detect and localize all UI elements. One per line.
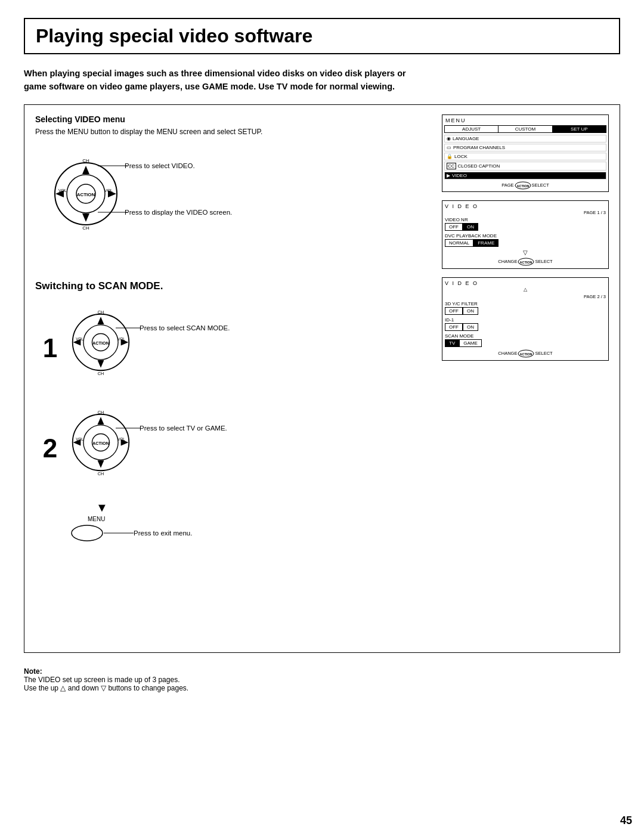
tab-setup: SET UP [553,126,606,132]
switching-heading: Switching to SCAN MODE. [35,280,381,292]
action-button-icon-2: ACTION [518,258,534,266]
step-2-number: 2 [35,433,65,463]
intro-text: When playing special images such as thre… [24,67,411,94]
annotation-tv-game: Press to select TV or GAME. [140,425,227,432]
menu-label: MENU [88,516,381,522]
video-title-1: V I D E O [445,203,606,209]
svg-text:VOL: VOL [117,337,125,341]
3d-yc-label: 3D Y/C FILTER [445,301,606,306]
id1-on: ON [463,323,478,331]
selecting-diagram: ACTION CH CH VOL VOL [41,143,381,262]
menu-line [104,532,134,534]
main-content-box: Selecting VIDEO menu Press the MENU butt… [24,104,620,653]
action-button-icon-3: ACTION [518,349,534,358]
step-1-diagram: ACTION CH CH VOL VOL [65,301,381,396]
video-title-2: V I D E O [445,280,606,286]
selecting-heading: Selecting VIDEO menu [35,114,381,124]
remote-control-2: ACTION CH CH VOL VOL [71,306,131,380]
svg-text:CH: CH [98,309,104,314]
dvc-normal: NORMAL [445,239,473,247]
video-action-row-1: CHANGE ACTION SELECT [445,258,606,266]
scan-mode-label: SCAN MODE [445,333,606,339]
svg-text:VOL: VOL [104,188,113,193]
action-button-icon-1: ACTION [515,181,531,190]
page-number: 45 [620,815,632,827]
selecting-section: Selecting VIDEO menu Press the MENU butt… [35,114,381,262]
video-screen-2: V I D E O △ PAGE 2 / 3 3D Y/C FILTER OFF… [442,277,609,361]
menu-item-lock: 🔒 LOCK [444,153,606,160]
svg-text:VOL: VOL [76,437,83,441]
svg-text:ACTION: ACTION [92,340,109,345]
lock-icon: 🔒 [447,154,453,159]
step-1-row: 1 ACTION CH [35,301,381,396]
svg-text:VOL: VOL [58,188,67,193]
remote-control-1: ACTION CH CH VOL VOL [53,155,119,235]
page-title: Playing special video software [24,18,620,54]
video-nr-options: OFF ON [445,223,606,231]
scan-mode-tv: TV [445,339,459,347]
annotation-select-video: Press to select VIDEO. [125,162,220,169]
svg-text:ACTION: ACTION [516,184,529,188]
tab-adjust: ADJUST [445,126,499,132]
video-page-1: PAGE 1 / 3 [445,210,606,215]
id1-options: OFF ON [445,323,606,331]
right-column: MENU ADJUST CUSTOM SET UP ◉ LANGUAGE ▭ P… [442,114,609,369]
note-section: Note: The VIDEO set up screen is made up… [24,667,620,692]
scan-mode-game: GAME [459,339,482,347]
id1-label: ID-1 [445,317,606,323]
menu-item-language: ◉ LANGUAGE [444,135,606,143]
step-2-diagram: ACTION CH CH VOL VOL [65,401,381,496]
svg-text:VOL: VOL [117,437,125,441]
remote-control-3: ACTION CH CH VOL VOL [71,407,131,481]
svg-text:ACTION: ACTION [520,261,532,264]
dvc-options: NORMAL FRAME [445,239,606,247]
arrow-up-2: △ [445,287,606,292]
svg-text:ACTION: ACTION [92,440,109,445]
svg-text:CH: CH [82,158,89,163]
selecting-subtext: Press the MENU button to display the MEN… [35,128,381,136]
svg-text:VOL: VOL [76,337,83,341]
svg-text:ACTION: ACTION [77,192,95,197]
video-nr-label: VIDEO NR [445,217,606,222]
note-line-2: Use the up △ and down ▽ buttons to chang… [24,684,188,692]
down-arrow-bold: ▼ [96,501,381,515]
annotation-display-video: Press to display the VIDEO screen. [125,209,256,216]
step-2-row: 2 ACTION CH CH [35,401,381,496]
dvc-frame: FRAME [473,239,499,247]
video-action-row-2: CHANGE ACTION SELECT [445,349,606,358]
step-1-number: 1 [35,333,65,363]
menu-screen-title: MENU [444,117,606,124]
menu-tabs: ADJUST CUSTOM SET UP [444,125,606,133]
language-icon: ◉ [447,136,451,141]
video-screen-1: V I D E O PAGE 1 / 3 VIDEO NR OFF ON DVC… [442,200,609,269]
svg-text:CH: CH [98,470,104,476]
note-label: Note: [24,667,42,676]
3d-yc-off: OFF [445,307,463,315]
menu-button-row: Press to exit menu. [71,524,381,542]
menu-item-program-channels: ▭ PROGRAM CHANNELS [444,144,606,151]
switching-section: Switching to SCAN MODE. 1 ACTION [35,280,381,542]
program-channels-icon: ▭ [447,145,451,150]
svg-text:CH: CH [82,225,89,231]
video-icon: ▶ [447,173,450,178]
menu-screen-box: MENU ADJUST CUSTOM SET UP ◉ LANGUAGE ▭ P… [442,114,609,192]
3d-yc-options: OFF ON [445,307,606,315]
menu-item-video: ▶ VIDEO [444,172,606,179]
3d-yc-on: ON [463,307,478,315]
menu-oval-icon [71,524,104,542]
dvc-label: DVC PLAYBACK MODE [445,233,606,239]
svg-text:CH: CH [98,409,104,414]
menu-item-closed-caption: CC CLOSED CAPTION [444,162,606,171]
annotation-exit-menu: Press to exit menu. [134,529,192,537]
arrow-down-1: ▽ [445,249,606,256]
menu-exit-area: ▼ MENU Press to exit menu. [71,501,381,542]
video-page-2: PAGE 2 / 3 [445,294,606,299]
video-nr-on: ON [463,223,478,231]
id1-off: OFF [445,323,463,331]
annotation-scan-mode: Press to select SCAN MODE. [140,324,230,332]
svg-text:ACTION: ACTION [520,352,532,356]
svg-text:CH: CH [98,370,104,376]
cc-icon: CC [447,163,456,169]
tab-custom: CUSTOM [499,126,552,132]
video-nr-off: OFF [445,223,463,231]
